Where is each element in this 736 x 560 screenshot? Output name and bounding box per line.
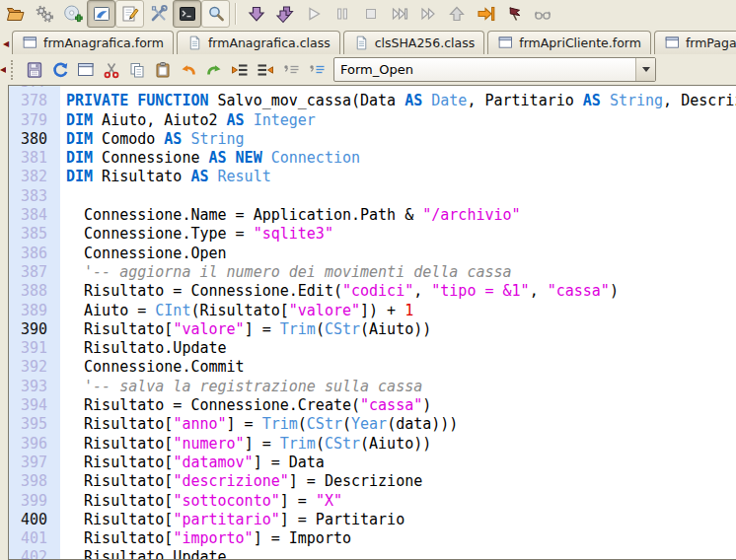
code-line-400[interactable]: 400 Risultato["partitario"] = Partitario [9, 510, 736, 528]
run-until-button[interactable] [471, 0, 499, 28]
compile-button[interactable] [242, 0, 270, 28]
cut-button[interactable] [99, 57, 124, 83]
code-line-390[interactable]: 390 Risultato["valore"] = Trim(CStr(Aiut… [9, 319, 736, 338]
pause-icon [332, 4, 352, 24]
code-line-399[interactable]: 399 Risultato["sottoconto"] = "X" [9, 491, 736, 510]
comment-button[interactable] [278, 57, 304, 83]
comment-icon [281, 60, 301, 80]
forward-icon [418, 4, 438, 24]
code-line-388[interactable]: 388 Risultato = Connessione.Edit("codici… [9, 282, 736, 301]
console-icon [178, 4, 197, 24]
line-number: 401 [9, 529, 60, 548]
forward-button [413, 0, 442, 28]
chevron-down-icon [642, 67, 650, 72]
code-text: '-- aggiorna il numero dei movimenti del… [60, 262, 512, 281]
code-text: Risultato["partitario"] = Partitario [60, 510, 405, 528]
code-line-393[interactable]: 393 '-- salva la registrazione sulla cas… [9, 377, 736, 395]
toolbar-scroll-left-button[interactable]: ◀ [0, 65, 6, 74]
code-line-395[interactable]: 395 Risultato["anno"] = Trim(CStr(Year(d… [9, 415, 736, 434]
show-project-button[interactable] [87, 0, 115, 28]
window-form-icon [76, 60, 96, 80]
toolbar-grip-handle[interactable] [11, 60, 16, 80]
code-text: Aiuto = CInt(Risultato["valore"]) + 1 [60, 301, 413, 319]
code-line-394[interactable]: 394 Risultato = Connessione.Create("cass… [9, 396, 736, 415]
tab-clssha256-class[interactable]: clsSHA256.class [343, 31, 485, 54]
reload-icon [50, 60, 70, 80]
triangle-left-icon: ◀ [0, 65, 6, 74]
combobox-dropdown-button[interactable] [635, 58, 655, 81]
code-text [60, 186, 66, 205]
paste-button[interactable] [150, 57, 176, 83]
code-line-391[interactable]: 391 Risultato.Update [9, 339, 736, 358]
compile-all-button[interactable] [270, 0, 299, 28]
watch-button[interactable] [528, 0, 556, 28]
code-text: Risultato["numero"] = Trim(CStr(Aiuto)) [60, 434, 431, 453]
code-line-396[interactable]: 396 Risultato["numero"] = Trim(CStr(Aiut… [9, 434, 736, 453]
cd-plus-icon [63, 4, 83, 24]
stop-button [356, 0, 385, 28]
tab-scroll-left-button[interactable]: ◀ [0, 35, 12, 52]
code-text: Risultato["valore"] = Trim(CStr(Aiuto)) [60, 319, 431, 338]
line-number: 402 [9, 548, 60, 560]
code-line-386[interactable]: 386 Connessione.Open [9, 244, 736, 262]
open-form-button[interactable] [73, 57, 99, 83]
step-icon [390, 4, 409, 24]
code-line-384[interactable]: 384 Connessione.Name = Application.Path … [9, 206, 736, 225]
code-line-385[interactable]: 385 Connessione.Type = "sqlite3" [9, 225, 736, 244]
tab-frmpagamenti-for[interactable]: frmPagamenti.for [654, 31, 736, 54]
indent-button[interactable] [227, 57, 253, 83]
show-console-button[interactable] [173, 0, 201, 28]
code-line-398[interactable]: 398 Risultato["descrizione"] = Descrizio… [9, 472, 736, 491]
show-find-button[interactable] [201, 0, 230, 28]
code-line-392[interactable]: 392 Connessione.Commit [9, 358, 736, 377]
code-text: Risultato["anno"] = Trim(CStr(Year(data)… [60, 415, 458, 434]
tab-label: frmPagamenti.for [686, 35, 736, 50]
tab-frmanagrafica-form[interactable]: frmAnagrafica.form [12, 31, 174, 54]
code-line-379[interactable]: 379DIM Aiuto, Aiuto2 AS Integer [9, 110, 736, 129]
breakpoint-button[interactable] [499, 0, 528, 28]
unindent-icon [256, 60, 275, 80]
undo-button[interactable] [176, 57, 201, 83]
window-form-icon [22, 35, 38, 51]
tab-frmanagrafica-class[interactable]: frmAnagrafica.class [177, 31, 340, 54]
line-number: 387 [9, 262, 60, 281]
line-number: 388 [9, 282, 60, 301]
code-line-402[interactable]: 402 Risultato.Update [9, 548, 736, 560]
code-text: Risultato.Update [60, 548, 227, 560]
uncomment-button[interactable] [304, 57, 330, 83]
code-editor[interactable]: 377378PRIVATE FUNCTION Salvo_mov_cassa(D… [8, 85, 736, 560]
editor-toolbar-buttons [22, 57, 330, 83]
pause-button [328, 0, 356, 28]
code-line-378[interactable]: 378PRIVATE FUNCTION Salvo_mov_cassa(Data… [9, 92, 736, 110]
project-properties-button[interactable] [30, 0, 58, 28]
code-line-387[interactable]: 387 '-- aggiorna il numero dei movimenti… [9, 262, 736, 281]
code-line-381[interactable]: 381DIM Connessione AS NEW Connection [9, 149, 736, 168]
show-toolbox-button[interactable] [144, 0, 173, 28]
code-text: Connessione.Name = Application.Path & "/… [60, 206, 521, 225]
line-number: 385 [9, 225, 60, 244]
code-line-401[interactable]: 401 Risultato["importo"] = Importo [9, 529, 736, 548]
tab-label: frmAnagrafica.form [43, 35, 164, 50]
code-line-380[interactable]: 380DIM Comodo AS String [9, 129, 736, 148]
open-project-button[interactable] [1, 0, 30, 28]
save-button[interactable] [22, 57, 47, 83]
code-text [60, 85, 66, 92]
reload-button[interactable] [47, 57, 73, 83]
code-line-377[interactable]: 377 [9, 85, 736, 92]
unindent-button[interactable] [253, 57, 278, 83]
show-properties-button[interactable] [115, 0, 144, 28]
tab-frmapricliente-form[interactable]: frmApriCliente.form [487, 31, 651, 54]
code-line-382[interactable]: 382DIM Risultato AS Result [9, 168, 736, 186]
line-number: 380 [9, 129, 60, 148]
redo-button[interactable] [201, 57, 227, 83]
code-line-389[interactable]: 389 Aiuto = CInt(Risultato["valore"]) + … [9, 301, 736, 319]
code-line-383[interactable]: 383 [9, 186, 736, 205]
tab-label: clsSHA256.class [375, 35, 476, 50]
code-line-397[interactable]: 397 Risultato["datamov"] = Data [9, 453, 736, 471]
copy-button[interactable] [124, 57, 150, 83]
line-number: 397 [9, 453, 60, 471]
code-text: Risultato.Update [60, 339, 227, 358]
make-executable-button[interactable] [58, 0, 87, 28]
uncomment-icon [307, 60, 327, 80]
procedure-combobox[interactable]: Form_Open [333, 57, 656, 82]
